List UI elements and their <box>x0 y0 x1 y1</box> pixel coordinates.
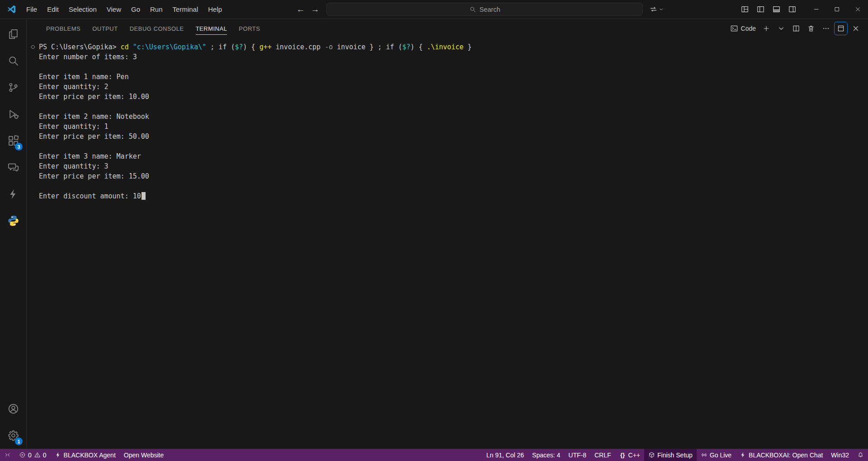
statusbar-open-website[interactable]: Open Website <box>120 449 168 461</box>
window-maximize-button[interactable] <box>826 0 847 19</box>
statusbar-cursor-position[interactable]: Ln 91, Col 26 <box>482 449 528 461</box>
statusbar-platform[interactable]: Win32 <box>827 449 853 461</box>
menu-file[interactable]: File <box>21 3 42 15</box>
panel-action-maximize-panel[interactable] <box>834 22 848 35</box>
terminal-line <box>39 102 863 112</box>
menu-bar: FileEditSelectionViewGoRunTerminalHelp <box>21 3 227 15</box>
activitybar-source-control[interactable] <box>0 74 26 101</box>
statusbar-notifications[interactable] <box>853 449 868 461</box>
terminal-text: } <box>463 43 472 51</box>
panel-area: PROBLEMSOUTPUTDEBUG CONSOLETERMINALPORTS… <box>27 19 868 449</box>
search-box[interactable]: Search <box>326 3 643 16</box>
terminal-text: invoice.cpp <box>272 43 325 51</box>
menu-help[interactable]: Help <box>203 3 227 15</box>
terminal-text: Enter price per item: 15.00 <box>39 172 149 180</box>
activitybar-run-and-debug[interactable] <box>0 101 26 127</box>
sync-icon <box>649 5 658 14</box>
panel-header: PROBLEMSOUTPUTDEBUG CONSOLETERMINALPORTS… <box>27 19 868 38</box>
titlebar-go-back-button[interactable]: ← <box>293 3 308 16</box>
activity-bar: 3 1 <box>0 19 27 449</box>
activitybar-extensions-badge: 3 <box>15 143 23 151</box>
statusbar-encoding-text: UTF-8 <box>568 452 586 459</box>
terminal-text: Enter quantity: 2 <box>39 83 108 91</box>
terminal-text: Enter discount amount: 10 <box>39 192 141 200</box>
titlebar-toggle-panel-button[interactable] <box>769 3 783 16</box>
after-search-buttons <box>647 3 666 16</box>
activitybar-extensions[interactable]: 3 <box>0 127 26 154</box>
terminal-text: cd <box>121 43 129 51</box>
menu-edit[interactable]: Edit <box>42 3 64 15</box>
bolt-icon <box>55 452 61 458</box>
chat-icon <box>7 161 19 174</box>
statusbar-remote[interactable] <box>0 449 15 461</box>
window-close-button[interactable] <box>847 0 868 19</box>
panel-action-new-terminal[interactable] <box>760 22 773 35</box>
terminal-text: Enter item 2 name: Notebook <box>39 113 149 121</box>
statusbar-finish-setup[interactable]: Finish Setup <box>644 449 697 461</box>
menu-go[interactable]: Go <box>126 3 145 15</box>
activitybar-explorer[interactable] <box>0 21 26 47</box>
title-bar: FileEditSelectionViewGoRunTerminalHelp ←… <box>0 0 868 19</box>
panel-action-split-terminal[interactable] <box>789 22 803 35</box>
workbench-body: 3 1 PROBLEMSOUTPUTDEBUG CONSOLETERMINALP… <box>0 19 868 449</box>
status-bar-right: Ln 91, Col 26Spaces: 4UTF-8CRLF{}C++Fini… <box>482 449 868 461</box>
statusbar-finish-setup-text: Finish Setup <box>657 452 693 459</box>
activitybar-accounts[interactable] <box>0 395 26 422</box>
chevron-down-icon <box>658 6 664 12</box>
statusbar-problems[interactable]: 00 <box>15 449 51 461</box>
panel-tab-output[interactable]: OUTPUT <box>86 19 123 38</box>
terminal-line: Enter price per item: 50.00 <box>39 132 863 141</box>
panel-action-close-panel[interactable] <box>849 22 863 35</box>
panel-action-kill-terminal[interactable] <box>804 22 818 35</box>
panel-action-launch-profile-dropdown[interactable] <box>774 22 788 35</box>
menu-run[interactable]: Run <box>145 3 168 15</box>
close-icon <box>852 24 860 33</box>
panel-action-launch-profile[interactable]: Code <box>728 22 758 35</box>
package-icon <box>648 452 655 458</box>
panel-tab-problems[interactable]: PROBLEMS <box>40 19 86 38</box>
statusbar-go-live[interactable]: Go Live <box>697 449 736 461</box>
activitybar-blackbox[interactable] <box>0 181 26 207</box>
chevron-down-icon <box>777 24 785 33</box>
statusbar-end-of-line-text: CRLF <box>594 452 611 459</box>
titlebar-switch-window-button[interactable] <box>647 3 666 16</box>
statusbar-encoding[interactable]: UTF-8 <box>564 449 590 461</box>
statusbar-cursor-position-text: Ln 91, Col 26 <box>486 452 524 459</box>
statusbar-indentation[interactable]: Spaces: 4 <box>528 449 564 461</box>
statusbar-language-mode[interactable]: {}C++ <box>615 449 644 461</box>
terminal[interactable]: PS C:\Users\Gopika> cd "c:\Users\Gopika\… <box>27 38 868 449</box>
panel-tab-terminal[interactable]: TERMINAL <box>190 19 233 38</box>
window-controls <box>806 0 868 19</box>
terminal-text: Enter item 3 name: Marker <box>39 152 141 160</box>
titlebar-customize-layout-button[interactable] <box>737 3 752 16</box>
statusbar-blackbox-agent[interactable]: BLACKBOX Agent <box>51 449 120 461</box>
activitybar-settings-badge: 1 <box>15 437 23 445</box>
terminal-text: Enter quantity: 3 <box>39 162 108 170</box>
panel-tab-debug-console[interactable]: DEBUG CONSOLE <box>124 19 190 38</box>
window-minimize-button[interactable] <box>806 0 826 19</box>
search-icon <box>7 55 19 67</box>
titlebar-go-forward-button[interactable]: → <box>308 3 322 16</box>
titlebar-toggle-secondary-sidebar-button[interactable] <box>785 3 799 16</box>
terminal-line: Enter item 1 name: Pen <box>39 72 863 82</box>
menu-view[interactable]: View <box>102 3 126 15</box>
menu-selection[interactable]: Selection <box>64 3 102 15</box>
activitybar-search[interactable] <box>0 47 26 74</box>
menu-terminal[interactable]: Terminal <box>168 3 203 15</box>
titlebar-toggle-primary-sidebar-button[interactable] <box>753 3 768 16</box>
statusbar-blackboxai-open-chat[interactable]: BLACKBOXAI: Open Chat <box>736 449 827 461</box>
activitybar-settings[interactable]: 1 <box>0 422 26 449</box>
panel-action-more-actions[interactable] <box>819 22 833 35</box>
vscode-logo-icon <box>7 5 16 14</box>
activitybar-python[interactable] <box>0 207 26 234</box>
activitybar-chat[interactable] <box>0 154 26 181</box>
terminal-line: Enter item 3 name: Marker <box>39 151 863 161</box>
statusbar-end-of-line[interactable]: CRLF <box>590 449 615 461</box>
statusbar-blackbox-agent-text: BLACKBOX Agent <box>64 452 116 459</box>
arrow-left-icon: ← <box>297 5 305 14</box>
error-icon <box>19 452 26 458</box>
panel-tab-ports[interactable]: PORTS <box>233 19 266 38</box>
terminal-line: PS C:\Users\Gopika> cd "c:\Users\Gopika\… <box>39 42 863 52</box>
files-icon <box>7 28 19 40</box>
terminal-text: .\invoice <box>427 43 463 51</box>
